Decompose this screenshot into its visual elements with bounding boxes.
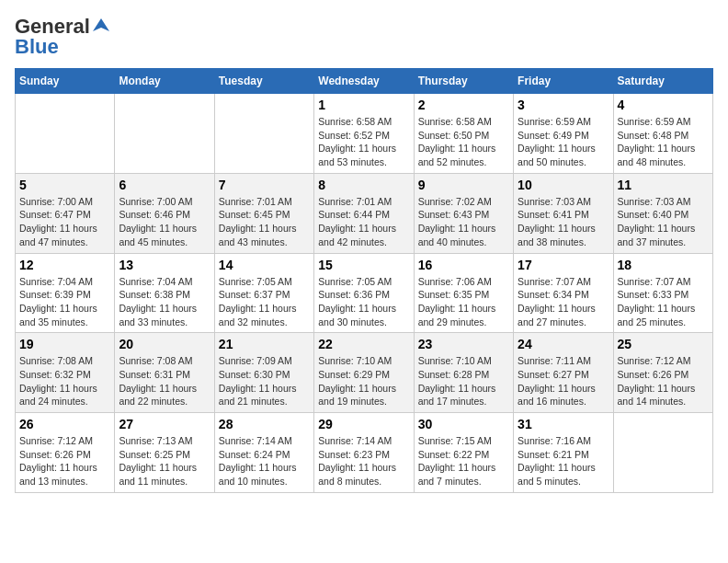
calendar-cell: 19Sunrise: 7:08 AMSunset: 6:32 PMDayligh… <box>16 333 115 413</box>
day-info: Sunrise: 7:05 AMSunset: 6:36 PMDaylight:… <box>318 275 409 329</box>
day-number: 31 <box>518 417 609 431</box>
day-number: 17 <box>518 258 609 272</box>
calendar-cell: 25Sunrise: 7:12 AMSunset: 6:26 PMDayligh… <box>613 333 712 413</box>
day-number: 7 <box>219 178 310 192</box>
day-number: 11 <box>618 178 709 192</box>
day-info: Sunrise: 7:02 AMSunset: 6:43 PMDaylight:… <box>418 195 509 249</box>
day-info: Sunrise: 7:10 AMSunset: 6:28 PMDaylight:… <box>418 354 509 408</box>
day-info: Sunrise: 7:06 AMSunset: 6:35 PMDaylight:… <box>418 275 509 329</box>
weekday-header-friday: Friday <box>514 69 613 94</box>
day-info: Sunrise: 7:14 AMSunset: 6:23 PMDaylight:… <box>318 434 409 488</box>
calendar-cell: 20Sunrise: 7:08 AMSunset: 6:31 PMDayligh… <box>115 333 214 413</box>
calendar-cell: 12Sunrise: 7:04 AMSunset: 6:39 PMDayligh… <box>16 253 115 333</box>
calendar-cell <box>115 94 214 174</box>
day-number: 14 <box>219 258 310 272</box>
day-number: 26 <box>19 417 110 431</box>
calendar-row-1: 5Sunrise: 7:00 AMSunset: 6:47 PMDaylight… <box>16 173 713 253</box>
day-number: 13 <box>119 258 210 272</box>
day-info: Sunrise: 7:03 AMSunset: 6:41 PMDaylight:… <box>518 195 609 249</box>
page-header: General Blue <box>15 15 713 59</box>
day-number: 12 <box>19 258 110 272</box>
calendar-cell: 29Sunrise: 7:14 AMSunset: 6:23 PMDayligh… <box>314 413 414 493</box>
day-number: 18 <box>618 258 709 272</box>
weekday-header-saturday: Saturday <box>613 69 712 94</box>
calendar-cell: 28Sunrise: 7:14 AMSunset: 6:24 PMDayligh… <box>214 413 313 493</box>
calendar-cell: 6Sunrise: 7:00 AMSunset: 6:46 PMDaylight… <box>115 173 214 253</box>
calendar-row-3: 19Sunrise: 7:08 AMSunset: 6:32 PMDayligh… <box>16 333 713 413</box>
weekday-header-tuesday: Tuesday <box>214 69 313 94</box>
weekday-header-sunday: Sunday <box>16 69 115 94</box>
calendar-cell: 9Sunrise: 7:02 AMSunset: 6:43 PMDaylight… <box>414 173 513 253</box>
day-number: 1 <box>318 98 409 112</box>
calendar-cell: 31Sunrise: 7:16 AMSunset: 6:21 PMDayligh… <box>514 413 613 493</box>
day-info: Sunrise: 7:12 AMSunset: 6:26 PMDaylight:… <box>19 434 110 488</box>
calendar-cell: 11Sunrise: 7:03 AMSunset: 6:40 PMDayligh… <box>613 173 712 253</box>
calendar-cell: 14Sunrise: 7:05 AMSunset: 6:37 PMDayligh… <box>214 253 313 333</box>
day-number: 19 <box>19 337 110 351</box>
calendar-cell: 1Sunrise: 6:58 AMSunset: 6:52 PMDaylight… <box>314 94 414 174</box>
day-number: 2 <box>418 98 509 112</box>
day-number: 28 <box>219 417 310 431</box>
calendar-cell: 2Sunrise: 6:58 AMSunset: 6:50 PMDaylight… <box>414 94 513 174</box>
day-info: Sunrise: 7:09 AMSunset: 6:30 PMDaylight:… <box>219 354 310 408</box>
calendar-cell: 24Sunrise: 7:11 AMSunset: 6:27 PMDayligh… <box>514 333 613 413</box>
logo-bird-icon <box>91 17 111 37</box>
day-info: Sunrise: 7:12 AMSunset: 6:26 PMDaylight:… <box>618 354 709 408</box>
day-number: 6 <box>119 178 210 192</box>
day-number: 4 <box>618 98 709 112</box>
calendar-row-4: 26Sunrise: 7:12 AMSunset: 6:26 PMDayligh… <box>16 413 713 493</box>
calendar-row-2: 12Sunrise: 7:04 AMSunset: 6:39 PMDayligh… <box>16 253 713 333</box>
calendar-cell: 4Sunrise: 6:59 AMSunset: 6:48 PMDaylight… <box>613 94 712 174</box>
day-number: 10 <box>518 178 609 192</box>
calendar-cell: 27Sunrise: 7:13 AMSunset: 6:25 PMDayligh… <box>115 413 214 493</box>
day-info: Sunrise: 7:00 AMSunset: 6:47 PMDaylight:… <box>19 195 110 249</box>
day-info: Sunrise: 7:15 AMSunset: 6:22 PMDaylight:… <box>418 434 509 488</box>
day-info: Sunrise: 6:58 AMSunset: 6:52 PMDaylight:… <box>318 115 409 169</box>
day-number: 9 <box>418 178 509 192</box>
day-info: Sunrise: 7:00 AMSunset: 6:46 PMDaylight:… <box>119 195 210 249</box>
day-number: 30 <box>418 417 509 431</box>
day-info: Sunrise: 7:05 AMSunset: 6:37 PMDaylight:… <box>219 275 310 329</box>
day-info: Sunrise: 7:11 AMSunset: 6:27 PMDaylight:… <box>518 354 609 408</box>
calendar-cell: 3Sunrise: 6:59 AMSunset: 6:49 PMDaylight… <box>514 94 613 174</box>
calendar-cell: 21Sunrise: 7:09 AMSunset: 6:30 PMDayligh… <box>214 333 313 413</box>
day-info: Sunrise: 7:10 AMSunset: 6:29 PMDaylight:… <box>318 354 409 408</box>
calendar-cell: 22Sunrise: 7:10 AMSunset: 6:29 PMDayligh… <box>314 333 414 413</box>
day-number: 20 <box>119 337 210 351</box>
day-info: Sunrise: 7:07 AMSunset: 6:34 PMDaylight:… <box>518 275 609 329</box>
calendar-cell: 30Sunrise: 7:15 AMSunset: 6:22 PMDayligh… <box>414 413 513 493</box>
day-info: Sunrise: 6:58 AMSunset: 6:50 PMDaylight:… <box>418 115 509 169</box>
day-number: 16 <box>418 258 509 272</box>
day-info: Sunrise: 7:01 AMSunset: 6:44 PMDaylight:… <box>318 195 409 249</box>
weekday-header-monday: Monday <box>115 69 214 94</box>
day-info: Sunrise: 7:08 AMSunset: 6:32 PMDaylight:… <box>19 354 110 408</box>
day-number: 21 <box>219 337 310 351</box>
day-number: 22 <box>318 337 409 351</box>
logo-blue-text: Blue <box>15 35 59 59</box>
day-info: Sunrise: 6:59 AMSunset: 6:49 PMDaylight:… <box>518 115 609 169</box>
calendar-cell: 17Sunrise: 7:07 AMSunset: 6:34 PMDayligh… <box>514 253 613 333</box>
day-number: 29 <box>318 417 409 431</box>
calendar-cell <box>214 94 313 174</box>
calendar-cell: 16Sunrise: 7:06 AMSunset: 6:35 PMDayligh… <box>414 253 513 333</box>
day-info: Sunrise: 7:14 AMSunset: 6:24 PMDaylight:… <box>219 434 310 488</box>
calendar-row-0: 1Sunrise: 6:58 AMSunset: 6:52 PMDaylight… <box>16 94 713 174</box>
calendar-cell: 23Sunrise: 7:10 AMSunset: 6:28 PMDayligh… <box>414 333 513 413</box>
calendar-cell: 15Sunrise: 7:05 AMSunset: 6:36 PMDayligh… <box>314 253 414 333</box>
day-info: Sunrise: 7:01 AMSunset: 6:45 PMDaylight:… <box>219 195 310 249</box>
calendar-table: SundayMondayTuesdayWednesdayThursdayFrid… <box>15 68 713 493</box>
day-info: Sunrise: 7:08 AMSunset: 6:31 PMDaylight:… <box>119 354 210 408</box>
day-info: Sunrise: 7:16 AMSunset: 6:21 PMDaylight:… <box>518 434 609 488</box>
day-info: Sunrise: 7:07 AMSunset: 6:33 PMDaylight:… <box>618 275 709 329</box>
day-info: Sunrise: 6:59 AMSunset: 6:48 PMDaylight:… <box>618 115 709 169</box>
day-info: Sunrise: 7:04 AMSunset: 6:39 PMDaylight:… <box>19 275 110 329</box>
calendar-cell: 7Sunrise: 7:01 AMSunset: 6:45 PMDaylight… <box>214 173 313 253</box>
weekday-header-thursday: Thursday <box>414 69 513 94</box>
svg-marker-0 <box>93 18 109 31</box>
day-info: Sunrise: 7:04 AMSunset: 6:38 PMDaylight:… <box>119 275 210 329</box>
weekday-header-row: SundayMondayTuesdayWednesdayThursdayFrid… <box>16 69 713 94</box>
calendar-cell: 13Sunrise: 7:04 AMSunset: 6:38 PMDayligh… <box>115 253 214 333</box>
day-number: 3 <box>518 98 609 112</box>
day-number: 27 <box>119 417 210 431</box>
day-number: 5 <box>19 178 110 192</box>
